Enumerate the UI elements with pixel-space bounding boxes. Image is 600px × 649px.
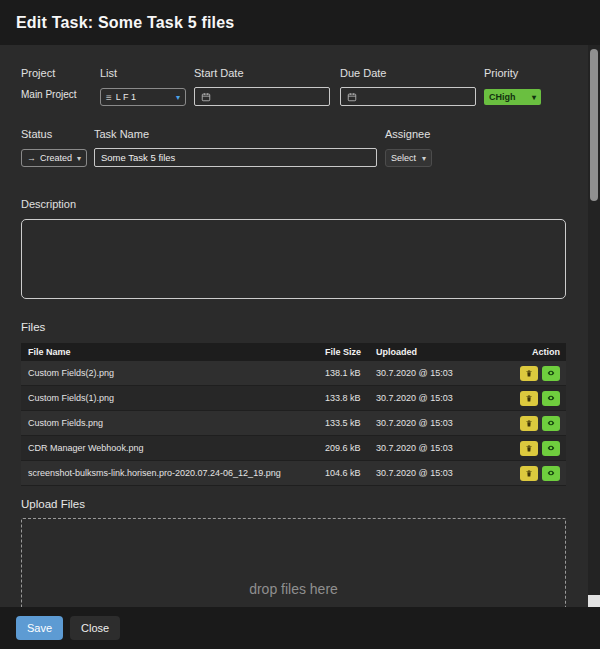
file-name-cell: Custom Fields(2).png [21,368,325,378]
table-row: CDR Manager Webhook.png 209.6 kB 30.7.20… [21,436,566,461]
list-select-value: L F 1 [116,92,136,102]
trash-icon [525,369,533,378]
uploaded-cell: 30.7.2020 @ 15:03 [376,443,511,453]
edit-task-modal: Edit Task: Some Task 5 files Project Mai… [0,0,600,649]
status-select-value: Created [40,153,72,163]
calendar-icon [201,92,211,102]
files-table-header: File Name File Size Uploaded Action [21,343,566,361]
table-row: screenshot-bulksms-link.horisen.pro-2020… [21,461,566,486]
files-section-title: Files [21,321,45,333]
task-name-input[interactable] [101,152,370,163]
view-file-button[interactable] [542,466,560,481]
trash-icon [525,444,533,453]
uploaded-cell: 30.7.2020 @ 15:03 [376,468,511,478]
file-size-cell: 104.6 kB [325,468,376,478]
modal-header: Edit Task: Some Task 5 files [0,0,600,45]
priority-select-value: CHigh [489,92,516,102]
col-file-name: File Name [21,347,325,357]
col-file-size: File Size [325,347,376,357]
status-field: Status → Created ▾ [21,128,87,167]
close-button[interactable]: Close [70,616,120,640]
status-select[interactable]: → Created ▾ [21,149,87,167]
assignee-label: Assignee [385,128,432,140]
upload-section-title: Upload Files [21,498,85,510]
file-size-cell: 133.5 kB [325,418,376,428]
start-date-label: Start Date [194,67,330,79]
save-button[interactable]: Save [16,616,63,640]
delete-file-button[interactable] [520,366,538,381]
table-row: Custom Fields(1).png 133.8 kB 30.7.2020 … [21,386,566,411]
delete-file-button[interactable] [520,391,538,406]
view-file-button[interactable] [542,366,560,381]
action-cell [520,391,566,406]
eye-icon [546,419,556,427]
uploaded-cell: 30.7.2020 @ 15:03 [376,393,511,403]
files-table: File Name File Size Uploaded Action Cust… [21,343,566,486]
modal-footer: Save Close [0,607,600,649]
file-size-cell: 209.6 kB [325,443,376,453]
arrow-right-icon: → [27,153,36,163]
project-label: Project [21,67,77,79]
description-field: Description [21,198,566,303]
delete-file-button[interactable] [520,441,538,456]
trash-icon [525,394,533,403]
file-size-cell: 138.1 kB [325,368,376,378]
task-name-input-wrap[interactable] [94,148,377,167]
delete-file-button[interactable] [520,416,538,431]
priority-field: Priority CHigh ▾ [484,67,541,105]
list-select[interactable]: ≡ L F 1 ▾ [100,88,186,106]
dropzone-text: drop files here [249,581,338,597]
chevron-down-icon: ▾ [532,93,536,102]
assignee-field: Assignee Select ▾ [385,128,432,167]
due-date-label: Due Date [340,67,476,79]
list-field: List ≡ L F 1 ▾ [100,67,186,106]
due-date-input[interactable] [362,91,469,102]
file-size-cell: 133.8 kB [325,393,376,403]
status-label: Status [21,128,87,140]
chevron-down-icon: ▾ [77,154,81,163]
action-cell [520,416,566,431]
start-date-input[interactable] [216,91,323,102]
scrollbar-corner [588,595,600,607]
file-name-cell: screenshot-bulksms-link.horisen.pro-2020… [21,468,325,478]
uploaded-cell: 30.7.2020 @ 15:03 [376,418,511,428]
view-file-button[interactable] [542,391,560,406]
scrollbar-thumb[interactable] [590,49,598,201]
description-textarea[interactable] [21,219,566,299]
assignee-select-value: Select [391,153,416,163]
assignee-select[interactable]: Select ▾ [385,149,432,167]
modal-title: Edit Task: Some Task 5 files [16,14,234,32]
priority-select[interactable]: CHigh ▾ [484,89,541,105]
menu-icon: ≡ [106,92,112,103]
table-row: Custom Fields.png 133.5 kB 30.7.2020 @ 1… [21,411,566,436]
eye-icon [546,444,556,452]
priority-label: Priority [484,67,541,79]
task-name-field: Task Name [94,128,377,167]
calendar-icon [347,92,357,102]
table-row: Custom Fields(2).png 138.1 kB 30.7.2020 … [21,361,566,386]
uploaded-cell: 30.7.2020 @ 15:03 [376,368,511,378]
delete-file-button[interactable] [520,466,538,481]
start-date-field: Start Date [194,67,330,106]
start-date-input-wrap[interactable] [194,87,330,106]
list-label: List [100,67,186,79]
chevron-down-icon: ▾ [422,154,426,163]
trash-icon [525,419,533,428]
view-file-button[interactable] [542,441,560,456]
project-field: Project Main Project [21,67,77,100]
col-uploaded: Uploaded [376,347,511,357]
action-cell [520,441,566,456]
due-date-input-wrap[interactable] [340,87,476,106]
action-cell [520,366,566,381]
eye-icon [546,369,556,377]
due-date-field: Due Date [340,67,476,106]
eye-icon [546,469,556,477]
view-file-button[interactable] [542,416,560,431]
action-cell [520,466,566,481]
file-name-cell: Custom Fields(1).png [21,393,325,403]
col-action: Action [532,347,566,357]
eye-icon [546,394,556,402]
chevron-down-icon: ▾ [176,93,180,102]
scrollbar-track[interactable] [588,45,600,607]
description-label: Description [21,198,566,210]
